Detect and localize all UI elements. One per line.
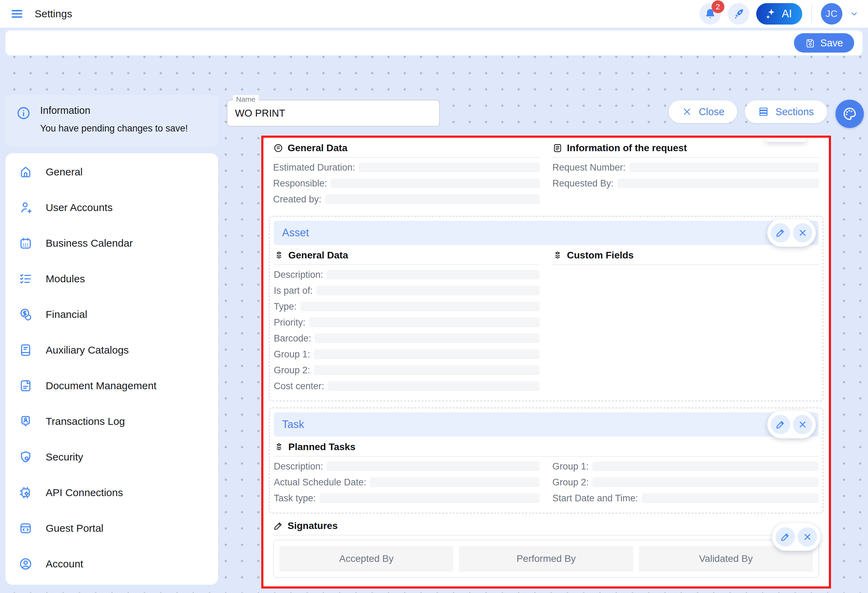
user-avatar[interactable]: JC [821,3,842,25]
field-row: Group 2: [552,477,818,488]
edit-section-button[interactable] [771,415,790,434]
asset-section-title: Asset [282,227,309,239]
print-template-document[interactable]: General DataEstimated Duration:Responsib… [261,136,831,589]
field-placeholder [617,178,819,188]
sidebar-item-label: API Connections [46,487,123,499]
whats-new-button[interactable] [728,3,749,25]
topbar: Settings 2 AI JC [0,0,868,28]
section-tools [772,523,821,551]
name-field-label: Name [233,95,258,103]
sidebar-item-label: User Accounts [46,202,112,214]
notifications-button[interactable]: 2 [700,3,721,25]
sidebar-item-label: Financial [46,308,87,320]
sidebar-item-modules[interactable]: Modules [6,261,218,296]
sparkles-icon [765,7,777,20]
field-label: Created by: [273,194,322,205]
section-signatures[interactable]: SignaturesAccepted ByPerformed ByValidat… [273,518,819,578]
field-row: Type: [274,301,540,312]
section-general-data: General DataEstimated Duration:Responsib… [273,140,540,209]
field-label: Actual Schedule Date: [274,477,366,488]
sidebar-item-security[interactable]: Security [6,439,218,475]
field-placeholder [359,162,540,172]
sidebar-item-user-accounts[interactable]: User Accounts [6,190,218,225]
field-label: Priority: [274,317,306,328]
section-title: Signatures [288,520,338,531]
field-placeholder [325,195,540,204]
sidebar-item-label: General [46,166,83,178]
notifications-badge: 2 [712,0,724,13]
theme-palette-button[interactable] [836,100,864,128]
task-column-2: Group 1:Group 2:Start Date and Time: [552,461,818,509]
field-label: Task type: [274,493,316,504]
save-button[interactable]: Save [794,33,854,53]
field-placeholder [331,178,540,188]
section-title: Planned Tasks [288,441,356,453]
sidebar-item-account[interactable]: Account [6,546,218,581]
sidebar-item-transactions-log[interactable]: Transactions Log [6,403,218,439]
section-header: Planned Tasks [274,440,818,456]
chevron-down-icon[interactable] [849,9,859,19]
remove-section-button[interactable] [793,415,812,434]
close-button-label: Close [699,106,724,118]
alert-message: You have pending changes to save! [40,123,188,134]
sidebar-item-auxiliary-catalogs[interactable]: Auxiliary Catalogs [6,332,218,368]
document-top-sections: General DataEstimated Duration:Responsib… [273,140,819,209]
close-icon [682,106,692,117]
remove-section-button[interactable] [798,527,817,547]
sidebar-item-guest-portal[interactable]: Guest Portal [6,510,218,546]
close-icon [802,532,813,542]
task-section-header[interactable]: Task [274,412,818,437]
field-row: Description: [274,461,540,472]
pencil-icon [775,228,785,238]
field-placeholder [316,286,540,295]
document-icon [19,379,32,393]
ai-assistant-button[interactable]: AI [756,3,802,25]
sidebar-item-business-calendar[interactable]: Business Calendar [6,225,218,261]
asset-section-header[interactable]: Asset [274,221,818,245]
settings-sidebar: GeneralUser AccountsBusiness CalendarMod… [6,153,218,585]
pending-changes-alert: Information You have pending changes to … [6,95,218,147]
field-row: Created by: [273,194,540,205]
field-row: Group 1: [552,461,818,472]
field-placeholder [314,350,540,359]
section-tools [767,411,816,438]
layers-icon [552,250,563,261]
field-row: Barcode: [274,333,540,344]
section-title: Information of the request [567,143,687,153]
sidebar-item-document-management[interactable]: Document Management [6,368,218,403]
pencil-icon [780,532,790,542]
asset-columns: General DataDescription:Is part of:Type:… [274,248,818,397]
hamburger-menu-button[interactable] [9,6,25,22]
save-toolbar: Save [6,31,862,55]
edit-section-button[interactable] [776,527,795,547]
task-section-title: Task [282,418,304,431]
field-placeholder [642,493,818,503]
edit-section-button[interactable] [771,223,790,242]
section-task[interactable]: TaskPlanned TasksDescription:Actual Sche… [269,407,823,513]
remove-section-button[interactable] [793,223,812,242]
field-row: Request Number: [552,162,819,173]
close-button[interactable]: Close [669,100,737,123]
section-information-of-the-request: Information of the requestRequest Number… [552,140,819,209]
pencil-icon [775,419,785,430]
sidebar-item-api-connections[interactable]: API Connections [6,475,218,510]
coins-icon [19,308,32,322]
sidebar-item-label: Security [46,451,83,463]
field-label: Type: [274,301,297,312]
field-placeholder [309,318,540,327]
field-label: Group 2: [274,365,310,376]
palette-icon [842,106,857,121]
sidebar-item-financial[interactable]: Financial [6,296,218,332]
sidebar-item-label: Document Management [46,380,156,392]
section-tools [767,219,816,247]
field-row: Is part of: [274,285,540,296]
ai-button-label: AI [782,7,792,20]
floppy-disk-icon [805,38,815,48]
sidebar-item-label: Modules [46,273,85,285]
section-asset[interactable]: AssetGeneral DataDescription:Is part of:… [269,216,823,401]
sidebar-item-label: Auxiliary Catalogs [46,344,129,356]
name-input[interactable] [235,108,432,119]
sidebar-item-general[interactable]: General [6,154,218,190]
sections-button[interactable]: Sections [745,100,827,123]
section-header: General Data [273,140,540,157]
